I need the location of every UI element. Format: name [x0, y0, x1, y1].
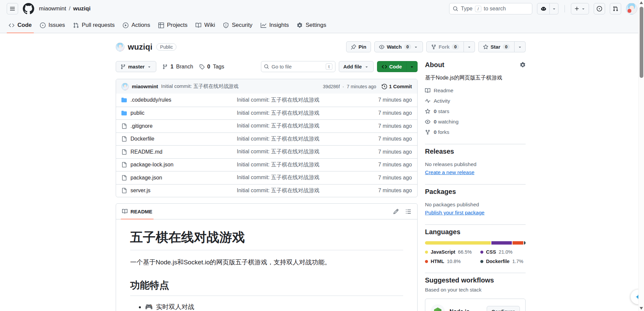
tab-code[interactable]: Code: [5, 17, 35, 33]
row-commit-message[interactable]: Initial commit: 五子棋在线对战游戏: [237, 136, 362, 143]
tab-projects[interactable]: Projects: [155, 17, 191, 33]
issues-header-button[interactable]: [594, 3, 605, 14]
chevron-down-icon: [518, 45, 522, 49]
code-button[interactable]: Code: [377, 61, 407, 72]
hamburger-menu-button[interactable]: [7, 3, 18, 14]
gear-icon[interactable]: [520, 62, 526, 68]
language-bar-segment-dockerfile[interactable]: [524, 241, 526, 245]
pin-button[interactable]: Pin: [346, 41, 371, 52]
row-commit-message[interactable]: Initial commit: 五子棋在线对战游戏: [237, 174, 362, 181]
about-forks-link[interactable]: 0 forks: [425, 129, 526, 135]
row-commit-message[interactable]: Initial commit: 五子棋在线对战游戏: [237, 122, 362, 129]
github-logo-icon[interactable]: [23, 3, 34, 14]
about-stars-link[interactable]: 0 stars: [425, 108, 526, 114]
star-dropdown-button[interactable]: [515, 41, 526, 52]
language-css[interactable]: CSS 21.0%: [480, 249, 526, 255]
file-name[interactable]: README.md: [130, 149, 162, 155]
table-row[interactable]: package.json Initial commit: 五子棋在线对战游戏 7…: [116, 171, 417, 184]
tab-wiki[interactable]: Wiki: [192, 17, 218, 33]
create-release-link[interactable]: Create a new release: [425, 169, 474, 175]
file-name[interactable]: server.js: [130, 188, 151, 194]
row-commit-message[interactable]: Initial commit: 五子棋在线对战游戏: [237, 187, 362, 194]
tab-label: Security: [232, 22, 252, 29]
commit-author-avatar[interactable]: [121, 83, 129, 90]
create-new-button[interactable]: [571, 3, 589, 14]
publish-package-link[interactable]: Publish your first package: [425, 210, 484, 216]
copilot-dropdown-button[interactable]: [550, 3, 558, 14]
branches-link[interactable]: 1Branch: [162, 64, 193, 70]
tab-insights[interactable]: Insights: [257, 17, 292, 33]
language-html[interactable]: HTML 10.8%: [425, 259, 480, 264]
fork-dropdown-button[interactable]: [464, 41, 475, 52]
language-bar-segment-css[interactable]: [491, 241, 512, 245]
language-javascript[interactable]: JavaScript 66.5%: [425, 249, 480, 255]
about-activity-link[interactable]: Activity: [425, 98, 526, 104]
go-to-file-input[interactable]: Go to file t: [261, 61, 335, 72]
commit-hash[interactable]: 39d286f: [323, 84, 340, 89]
scrollbar-thumb[interactable]: [640, 7, 643, 78]
language-dockerfile[interactable]: Dockerfile 1.7%: [480, 259, 526, 264]
table-row[interactable]: Dockerfile Initial commit: 五子棋在线对战游戏 7 m…: [116, 133, 417, 146]
languages-section: Languages JavaScript 66.5%: [425, 225, 526, 273]
user-avatar[interactable]: [626, 3, 637, 14]
tab-security[interactable]: Security: [220, 17, 256, 33]
language-dot: [425, 251, 428, 254]
chevron-down-icon: [552, 6, 556, 11]
file-name[interactable]: .codebuddy/rules: [130, 97, 171, 103]
table-row[interactable]: .codebuddy/rules Initial commit: 五子棋在线对战…: [116, 94, 417, 107]
commit-message[interactable]: Initial commit: 五子棋在线对战游戏: [161, 83, 238, 90]
tab-actions[interactable]: Actions: [119, 17, 154, 33]
code-dropdown-button[interactable]: [407, 61, 418, 72]
table-row[interactable]: server.js Initial commit: 五子棋在线对战游戏 7 mi…: [116, 184, 417, 197]
row-commit-time: 7 minutes ago: [362, 123, 412, 129]
pull-requests-header-button[interactable]: [610, 3, 621, 14]
row-commit-message[interactable]: Initial commit: 五子棋在线对战游戏: [237, 161, 362, 168]
table-row[interactable]: .gitignore Initial commit: 五子棋在线对战游戏 7 m…: [116, 119, 417, 133]
commit-author[interactable]: miaowmint: [132, 84, 158, 89]
about-watching-link[interactable]: 0 watching: [425, 119, 526, 125]
tab-label: Wiki: [204, 22, 215, 29]
breadcrumb-owner[interactable]: miaowmint: [39, 5, 66, 12]
repo-actions: Pin Watch 0 Fork 0: [346, 41, 526, 52]
tab-pull-requests[interactable]: Pull requests: [70, 17, 118, 33]
breadcrumb-repo[interactable]: wuziqi: [73, 5, 91, 12]
star-button[interactable]: Star 0: [478, 41, 515, 52]
releases-heading: Releases: [425, 148, 454, 155]
language-bar-segment-html[interactable]: [513, 241, 523, 245]
repo-owner-avatar[interactable]: [116, 43, 124, 51]
scrollbar-down-arrow[interactable]: [640, 307, 643, 310]
watch-button[interactable]: Watch 0: [374, 41, 423, 52]
tags-link[interactable]: 0Tags: [199, 64, 224, 70]
add-file-button[interactable]: Add file: [339, 61, 374, 72]
file-name[interactable]: package.json: [130, 175, 162, 181]
table-row[interactable]: package-lock.json Initial commit: 五子棋在线对…: [116, 158, 417, 171]
file-name[interactable]: Dockerfile: [130, 136, 154, 142]
repo-title[interactable]: wuziqi: [128, 42, 152, 52]
row-commit-message[interactable]: Initial commit: 五子棋在线对战游戏: [237, 148, 362, 155]
row-commit-message[interactable]: Initial commit: 五子棋在线对战游戏: [237, 97, 362, 104]
configure-workflow-button[interactable]: Configure: [487, 306, 520, 311]
app-header: miaowmint / wuziqi Type / to search: [0, 0, 644, 17]
tab-issues[interactable]: Issues: [37, 17, 68, 33]
pencil-icon[interactable]: [393, 209, 399, 214]
fork-button[interactable]: Fork 0: [426, 41, 464, 52]
file-name[interactable]: package-lock.json: [130, 162, 173, 168]
copilot-button[interactable]: [537, 3, 550, 14]
t-key-hint: t: [326, 63, 332, 70]
branch-selector-button[interactable]: master: [116, 61, 156, 72]
global-search-input[interactable]: Type / to search: [449, 3, 532, 14]
row-commit-message[interactable]: Initial commit: 五子棋在线对战游戏: [237, 110, 362, 117]
language-bar-segment-javascript[interactable]: [425, 241, 491, 245]
commit-count-link[interactable]: 1 Commit: [382, 84, 412, 89]
list-unordered-icon[interactable]: [406, 209, 411, 214]
file-name[interactable]: public: [130, 110, 145, 116]
file-name[interactable]: .gitignore: [130, 123, 153, 129]
about-readme-link[interactable]: Readme: [425, 88, 526, 94]
language-bar[interactable]: [425, 241, 526, 245]
tab-settings[interactable]: Settings: [293, 17, 329, 33]
readme-tab[interactable]: README: [122, 204, 152, 219]
scrollbar-up-arrow[interactable]: [640, 1, 643, 4]
history-icon: [382, 84, 387, 89]
table-row[interactable]: README.md Initial commit: 五子棋在线对战游戏 7 mi…: [116, 145, 417, 158]
table-row[interactable]: public Initial commit: 五子棋在线对战游戏 7 minut…: [116, 107, 417, 120]
